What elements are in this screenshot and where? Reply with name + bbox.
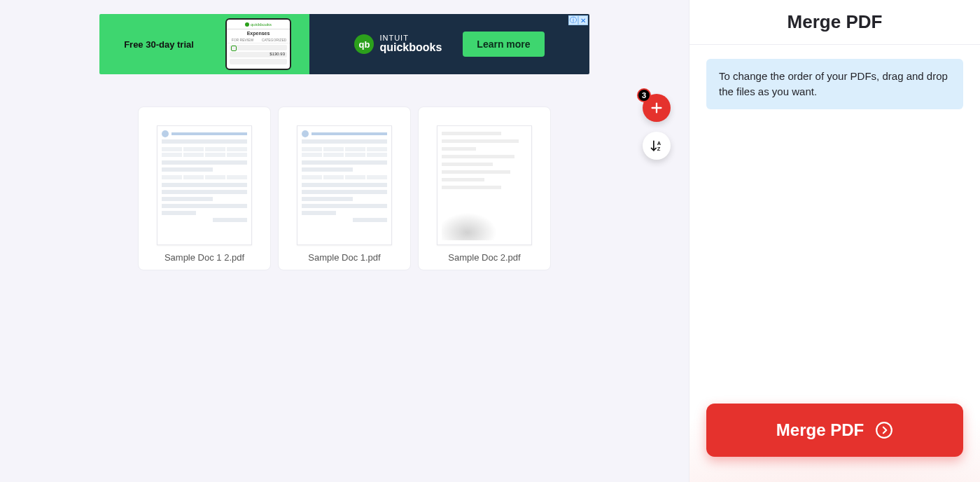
merge-button-label: Merge PDF xyxy=(776,420,864,440)
file-count-badge: 3 xyxy=(637,88,651,102)
main-workspace: Free 30-day trial quickbooks Expenses FO… xyxy=(0,0,689,482)
info-message: To change the order of your PDFs, drag a… xyxy=(706,59,963,109)
adchoices-icon[interactable]: ⓘ xyxy=(568,15,578,25)
arrow-right-circle-icon xyxy=(875,421,893,439)
ad-brand-bottom: quickbooks xyxy=(379,42,442,54)
svg-text:Z: Z xyxy=(657,146,661,152)
sidebar: Merge PDF To change the order of your PD… xyxy=(689,0,980,482)
ad-phone-section: Expenses xyxy=(227,29,290,37)
ad-phone-mock: quickbooks Expenses FOR REVIEWCATEGORIZE… xyxy=(218,14,309,74)
ad-phone-tab2: CATEGORIZED xyxy=(258,37,290,43)
add-files-button[interactable]: 3 xyxy=(643,94,671,122)
sidebar-action-area: Merge PDF xyxy=(690,384,980,482)
file-card[interactable]: Sample Doc 1.pdf xyxy=(278,106,411,270)
plus-icon xyxy=(649,100,664,116)
file-thumbnail xyxy=(157,125,252,245)
ad-phone-app: quickbooks xyxy=(251,22,272,27)
quickbooks-logo-icon: qb xyxy=(354,34,374,54)
file-card[interactable]: Sample Doc 1 2.pdf xyxy=(138,106,271,270)
ad-phone-tab1: FOR REVIEW xyxy=(227,37,258,43)
file-name: Sample Doc 1.pdf xyxy=(287,252,402,263)
ad-brand: qb INTUIT quickbooks xyxy=(354,34,442,54)
file-name: Sample Doc 2.pdf xyxy=(427,252,542,263)
file-name: Sample Doc 1 2.pdf xyxy=(147,252,262,263)
file-thumbnail xyxy=(437,125,532,245)
sort-az-button[interactable]: A Z xyxy=(643,132,671,160)
sort-az-icon: A Z xyxy=(650,139,664,153)
ad-banner[interactable]: Free 30-day trial quickbooks Expenses FO… xyxy=(99,14,589,74)
ad-right: qb INTUIT quickbooks Learn more ⓘ ✕ xyxy=(309,14,589,74)
svg-point-5 xyxy=(876,422,892,438)
file-card-grid: Sample Doc 1 2.pdf Sample Doc 1.pdf xyxy=(138,106,551,270)
ad-cta-button[interactable]: Learn more xyxy=(463,32,544,57)
floating-actions: 3 A Z xyxy=(643,94,671,160)
sidebar-title: Merge PDF xyxy=(690,0,980,45)
ad-phone-frame: quickbooks Expenses FOR REVIEWCATEGORIZE… xyxy=(225,18,291,70)
ad-trial-text: Free 30-day trial xyxy=(99,14,218,74)
file-thumbnail xyxy=(297,125,392,245)
merge-pdf-button[interactable]: Merge PDF xyxy=(706,404,963,457)
file-card[interactable]: Sample Doc 2.pdf xyxy=(418,106,551,270)
ad-close-icon[interactable]: ✕ xyxy=(578,15,588,25)
ad-phone-amount: $130.93 xyxy=(270,52,285,56)
